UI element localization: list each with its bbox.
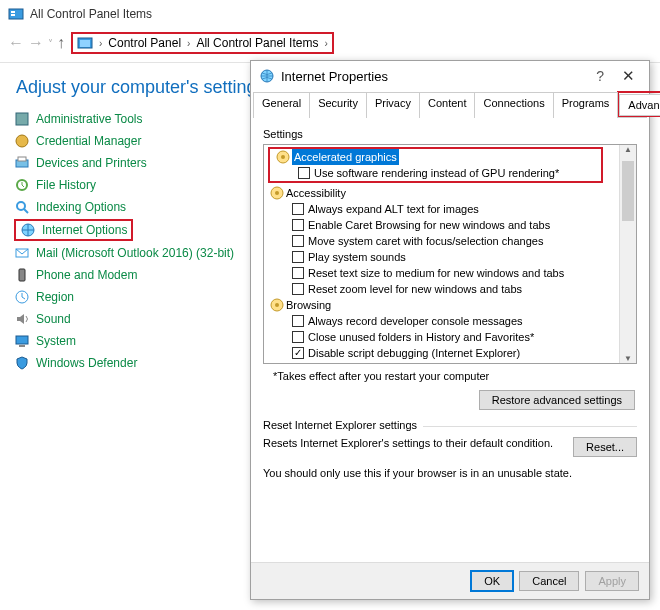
tree-option[interactable]: Reset text size to medium for new window… [266, 265, 619, 281]
phone-icon [14, 267, 30, 283]
reset-group: Reset Internet Explorer settings Resets … [263, 426, 637, 479]
item-label: File History [36, 178, 96, 192]
reset-group-label: Reset Internet Explorer settings [263, 419, 423, 431]
chevron-right-icon[interactable]: › [324, 38, 327, 49]
item-label: Internet Options [42, 223, 127, 237]
tab-strip: GeneralSecurityPrivacyContentConnections… [253, 91, 647, 118]
item-label: Mail (Microsoft Outlook 2016) (32-bit) [36, 246, 234, 260]
search-icon [14, 199, 30, 215]
tree-option[interactable]: Use software rendering instead of GPU re… [272, 165, 599, 181]
svg-rect-4 [80, 40, 90, 47]
shield-icon [14, 355, 30, 371]
tab-connections[interactable]: Connections [474, 92, 553, 118]
back-arrow-icon[interactable]: ← [8, 34, 24, 52]
item-label: Administrative Tools [36, 112, 143, 126]
forward-arrow-icon[interactable]: → [28, 34, 44, 52]
checkbox[interactable] [292, 251, 304, 263]
restart-note: *Takes effect after you restart your com… [273, 370, 637, 382]
tree-option[interactable]: Enable Caret Browsing for new windows an… [266, 217, 619, 233]
restore-advanced-button[interactable]: Restore advanced settings [479, 390, 635, 410]
help-icon[interactable]: ? [590, 68, 610, 84]
tab-general[interactable]: General [253, 92, 310, 118]
reset-button[interactable]: Reset... [573, 437, 637, 457]
window-title: All Control Panel Items [30, 7, 152, 21]
svg-rect-2 [11, 14, 15, 16]
option-label: Enable Caret Browsing for new windows an… [308, 217, 550, 233]
checkbox[interactable] [298, 167, 310, 179]
tools-icon [14, 111, 30, 127]
history-icon [14, 177, 30, 193]
checkbox[interactable] [292, 203, 304, 215]
tab-advanced[interactable]: Advanced [619, 94, 660, 116]
option-label: Close unused folders in History and Favo… [308, 329, 534, 345]
scrollbar[interactable] [619, 145, 636, 363]
tab-programs[interactable]: Programs [553, 92, 619, 118]
item-label: Sound [36, 312, 71, 326]
tree-option[interactable]: Always expand ALT text for images [266, 201, 619, 217]
apply-button[interactable]: Apply [585, 571, 639, 591]
tree-category[interactable]: Accessibility [266, 185, 619, 201]
option-label: Move system caret with focus/selection c… [308, 233, 543, 249]
svg-point-10 [17, 202, 25, 210]
dialog-button-row: OK Cancel Apply [251, 562, 649, 599]
chevron-right-icon[interactable]: › [187, 38, 190, 49]
tree-category[interactable]: Accelerated graphics [272, 149, 599, 165]
ok-button[interactable]: OK [471, 571, 513, 591]
reset-warning: You should only use this if your browser… [263, 467, 637, 479]
breadcrumb-item[interactable]: All Control Panel Items [196, 36, 318, 50]
cancel-button[interactable]: Cancel [519, 571, 579, 591]
dropdown-history-icon[interactable]: ˅ [48, 38, 53, 49]
globe-icon [20, 222, 36, 238]
svg-point-22 [275, 191, 279, 195]
checkbox[interactable] [292, 331, 304, 343]
control-panel-icon[interactable] [77, 35, 93, 51]
breadcrumb-item[interactable]: Control Panel [108, 36, 181, 50]
printer-icon [14, 155, 30, 171]
svg-rect-8 [18, 157, 26, 161]
chevron-right-icon[interactable]: › [99, 38, 102, 49]
tree-option[interactable]: Disable script debugging (Other) [266, 361, 619, 363]
settings-tree[interactable]: Accelerated graphicsUse software renderi… [263, 144, 637, 364]
tab-content[interactable]: Content [419, 92, 476, 118]
tree-option[interactable]: Reset zoom level for new windows and tab… [266, 281, 619, 297]
option-label: Reset text size to medium for new window… [308, 265, 564, 281]
checkbox[interactable] [292, 347, 304, 359]
svg-point-24 [275, 303, 279, 307]
checkbox[interactable] [292, 219, 304, 231]
tab-security[interactable]: Security [309, 92, 367, 118]
item-label: Devices and Printers [36, 156, 147, 170]
highlighted-item: Internet Options [14, 219, 133, 241]
checkbox[interactable] [292, 283, 304, 295]
category-label: Browsing [286, 297, 331, 313]
category-icon [270, 186, 284, 200]
item-label: Phone and Modem [36, 268, 137, 282]
option-label: Always record developer console messages [308, 313, 523, 329]
svg-rect-14 [19, 269, 25, 281]
tree-option[interactable]: Play system sounds [266, 249, 619, 265]
category-label: Accessibility [286, 185, 346, 201]
tree-option[interactable]: Move system caret with focus/selection c… [266, 233, 619, 249]
control-panel-icon [8, 6, 24, 22]
close-icon[interactable]: ✕ [616, 67, 641, 85]
item-label: Region [36, 290, 74, 304]
option-label: Disable script debugging (Other) [308, 361, 466, 363]
globe-icon [259, 68, 275, 84]
tree-option[interactable]: Disable script debugging (Internet Explo… [266, 345, 619, 361]
category-icon [276, 150, 290, 164]
checkbox[interactable] [292, 235, 304, 247]
item-label: Windows Defender [36, 356, 137, 370]
category-label: Accelerated graphics [292, 149, 399, 165]
svg-point-6 [16, 135, 28, 147]
scrollbar-thumb[interactable] [622, 161, 634, 221]
tree-category[interactable]: Browsing [266, 297, 619, 313]
tree-option[interactable]: Always record developer console messages [266, 313, 619, 329]
option-label: Use software rendering instead of GPU re… [314, 165, 559, 181]
checkbox[interactable] [292, 267, 304, 279]
option-label: Disable script debugging (Internet Explo… [308, 345, 520, 361]
clock-icon [14, 289, 30, 305]
svg-rect-1 [11, 11, 15, 13]
tab-privacy[interactable]: Privacy [366, 92, 420, 118]
checkbox[interactable] [292, 315, 304, 327]
up-arrow-icon[interactable]: ↑ [57, 34, 65, 52]
tree-option[interactable]: Close unused folders in History and Favo… [266, 329, 619, 345]
